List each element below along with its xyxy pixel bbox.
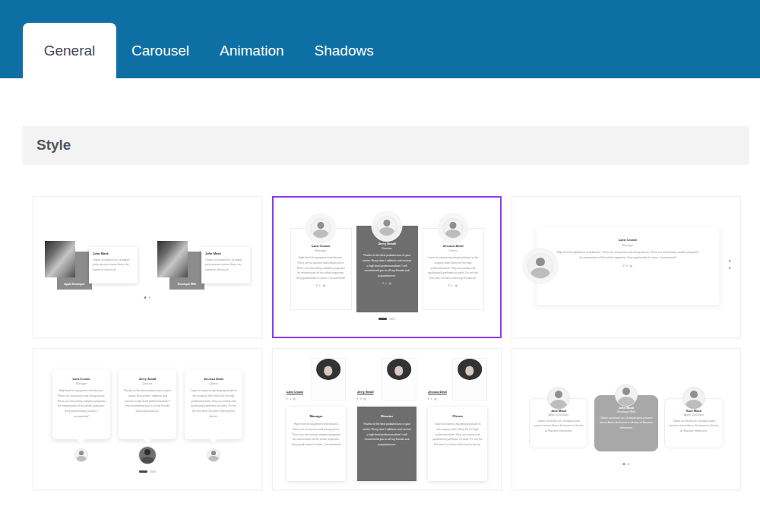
avatar bbox=[443, 218, 464, 239]
social-icons bbox=[296, 284, 347, 287]
style-options-grid: Apple Developer John Mask Oopter accumsa… bbox=[33, 196, 741, 490]
testimonial-text: Thanks to the best pediatricians in your… bbox=[123, 388, 172, 414]
tab-carousel[interactable]: Carousel bbox=[131, 23, 189, 78]
customer-role: Apple Developer bbox=[669, 413, 719, 416]
instagram-icon bbox=[454, 284, 458, 287]
tab-animation[interactable]: Animation bbox=[220, 23, 284, 78]
testimonial-text: High level of equipment and doctors. The… bbox=[291, 422, 341, 448]
avatar bbox=[547, 387, 570, 410]
customer-role: Developer Wife bbox=[599, 410, 654, 413]
style-section-title: Style bbox=[36, 137, 71, 154]
instagram-icon bbox=[293, 397, 296, 401]
testimonial-card: Developer Wife John Mask Oopter accumsan… bbox=[157, 241, 250, 291]
social-icons bbox=[556, 264, 699, 268]
instagram-icon bbox=[322, 284, 325, 287]
twitter-icon bbox=[360, 397, 361, 401]
preview-speech-bubbles: Lara Crown Manager High level of equipme… bbox=[33, 349, 261, 464]
customer-name: Jerry Small bbox=[357, 390, 374, 394]
carousel-pagination bbox=[139, 470, 156, 473]
avatar bbox=[207, 448, 220, 462]
twitter-icon bbox=[451, 284, 452, 287]
twitter-icon bbox=[626, 264, 627, 268]
customer-name: Lara Crown bbox=[556, 238, 699, 242]
avatar bbox=[74, 448, 88, 462]
facebook-icon bbox=[428, 397, 429, 401]
facebook-icon bbox=[357, 397, 358, 401]
twitter-icon bbox=[319, 284, 320, 287]
style-option-speech-bubbles[interactable]: Lara Crown Manager High level of equipme… bbox=[33, 348, 262, 490]
testimonial-text: Oopter accumsan orci, id aliquet porta p… bbox=[669, 419, 719, 433]
testimonial-text: Oopter accumsan orci, id aliquet porta p… bbox=[93, 258, 134, 272]
testimonial-column: Lara Crown Manager High level of equipme… bbox=[52, 369, 110, 464]
avatar bbox=[377, 216, 397, 236]
chevron-up-icon: ∧ bbox=[728, 259, 731, 263]
tab-shadows-label: Shadows bbox=[315, 43, 374, 59]
social-icons bbox=[287, 397, 296, 401]
testimonial-text: Thanks to the best pediatricians in your… bbox=[362, 253, 413, 279]
testimonial-text: High level of equipment and doctors. The… bbox=[296, 255, 347, 281]
social-icons bbox=[428, 284, 479, 287]
dot-active bbox=[623, 463, 625, 465]
preview-horizontal-cards: Apple Developer John Mask Oopter accumsa… bbox=[33, 197, 261, 291]
customer-name: Jerry Small bbox=[123, 377, 172, 381]
style-option-vertical-cards-selected[interactable]: Lara Crown Manager High level of equipme… bbox=[272, 196, 502, 338]
customer-name: John Mask bbox=[205, 252, 246, 255]
testimonial-column: Jerry Small Director Thanks to the best … bbox=[119, 369, 176, 464]
customer-role: Clients bbox=[189, 382, 238, 385]
testimonial-card: Lara Crown Manager High level of equipme… bbox=[537, 227, 719, 305]
preview-photo-columns: Lara Crown Manager High level of equipme… bbox=[273, 349, 501, 486]
style-option-horizontal-cards[interactable]: Apple Developer John Mask Oopter accumsa… bbox=[33, 196, 262, 338]
twitter-icon bbox=[385, 282, 386, 285]
testimonial-bubble: Jessica Dewi Clients I want to express m… bbox=[185, 369, 242, 439]
style-option-photo-columns[interactable]: Lara Crown Manager High level of equipme… bbox=[272, 348, 502, 490]
customer-role: Director bbox=[362, 247, 413, 250]
customer-name: Jessica Dewi bbox=[189, 377, 238, 381]
testimonial-column: Jessica Dewi Clients I want to express m… bbox=[426, 358, 489, 486]
customer-name: Lara Crown bbox=[57, 377, 106, 381]
twitter-icon bbox=[431, 397, 432, 401]
dot-active bbox=[144, 296, 147, 299]
style-option-wide-card[interactable]: Lara Crown Manager High level of equipme… bbox=[511, 196, 741, 338]
testimonial-body: John Mask Oopter accumsan orci, id aliqu… bbox=[201, 247, 250, 283]
style-option-rounded-cards[interactable]: Jane Mask Apple Developer Oopter accumsa… bbox=[511, 348, 741, 490]
testimonial-body: Manager High level of equipment and doct… bbox=[287, 407, 346, 481]
twitter-icon bbox=[290, 397, 290, 401]
customer-name: Jerry Small bbox=[362, 242, 413, 245]
avatar bbox=[682, 387, 705, 410]
facebook-icon bbox=[316, 284, 317, 287]
testimonial-column: Jessica Dewi Clients I want to express m… bbox=[185, 369, 242, 464]
avatar bbox=[527, 253, 553, 279]
customer-role: Manager bbox=[556, 244, 699, 247]
customer-photo bbox=[157, 241, 188, 277]
testimonial-body: Clients I want to express my deep gratit… bbox=[428, 407, 487, 481]
tab-shadows[interactable]: Shadows bbox=[315, 23, 374, 78]
avatar-active bbox=[138, 446, 157, 464]
facebook-icon bbox=[287, 397, 287, 401]
tab-carousel-label: Carousel bbox=[131, 43, 189, 59]
role-badge: Apple Developer bbox=[57, 279, 92, 290]
carousel-dots bbox=[144, 296, 151, 299]
preview-rounded-cards: Jane Mask Apple Developer Oopter accumsa… bbox=[512, 349, 740, 451]
tab-animation-label: Animation bbox=[220, 43, 284, 59]
carousel-nav: ∧ ∨ bbox=[728, 259, 731, 270]
customer-name: Jessica Dewi bbox=[428, 390, 447, 394]
facebook-icon bbox=[623, 264, 624, 268]
testimonial-card: Lara Crown Manager High level of equipme… bbox=[290, 228, 352, 310]
dash-inactive bbox=[389, 318, 395, 320]
social-icons bbox=[357, 397, 366, 401]
style-section-header[interactable]: Style bbox=[23, 126, 749, 163]
tab-general[interactable]: General bbox=[23, 23, 116, 78]
dash-active bbox=[378, 318, 387, 320]
customer-name: Lara Crown bbox=[296, 244, 347, 248]
customer-role: Director bbox=[362, 414, 412, 418]
testimonial-card-highlighted: Jerry Small Director Thanks to the best … bbox=[356, 226, 418, 312]
carousel-dots bbox=[623, 463, 630, 465]
testimonial-text: Thanks to the best pediatricians in your… bbox=[362, 422, 412, 448]
testimonial-bubble: Jerry Small Director Thanks to the best … bbox=[119, 369, 176, 439]
settings-panel-header: General Carousel Animation Shadows bbox=[0, 0, 760, 78]
dot-inactive bbox=[628, 463, 630, 465]
tab-bar: General Carousel Animation Shadows bbox=[23, 23, 374, 78]
testimonial-text: I want to express my deep gratitude to t… bbox=[432, 422, 483, 448]
carousel-pagination bbox=[378, 318, 395, 320]
testimonial-text: I want to express my deep gratitude to t… bbox=[189, 388, 238, 420]
